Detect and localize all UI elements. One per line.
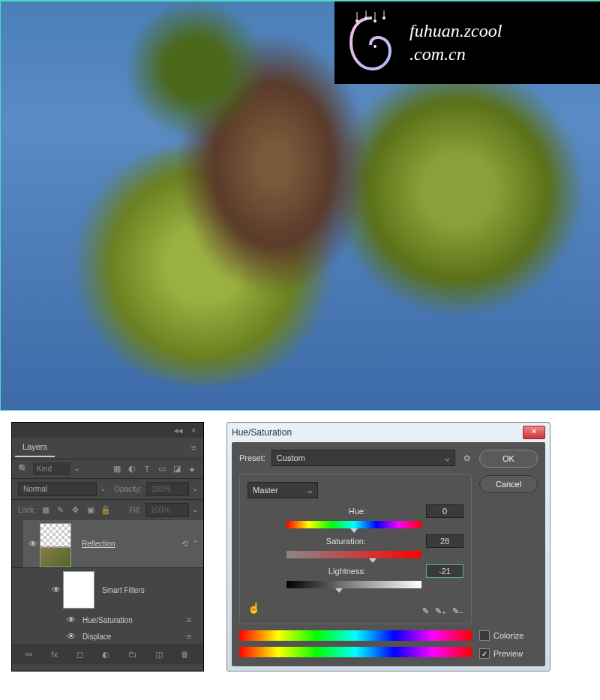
visibility-toggle-icon[interactable]: 👁 (64, 631, 78, 642)
targeted-adjust-icon[interactable]: ☝ (248, 602, 260, 614)
visibility-toggle-icon[interactable]: 👁 (50, 585, 63, 595)
layers-tab[interactable]: Layers (15, 438, 55, 457)
watermark-line1: fuhuan.zcool (410, 19, 502, 43)
watermark-banner: fuhuan.zcool .com.cn (334, 1, 600, 84)
adjustment-filter-icon[interactable]: ◐ (127, 464, 137, 474)
new-layer-icon[interactable]: ◫ (155, 650, 163, 660)
filter-name: Hue/Saturation (82, 616, 133, 624)
lock-artboard-icon[interactable]: ▣ (86, 505, 96, 516)
lock-brush-icon[interactable]: ✎ (56, 505, 66, 516)
colorize-label: Colorize (494, 631, 524, 640)
smart-filter-icon[interactable]: ◪ (172, 464, 182, 474)
spectrum-bar-bottom (239, 647, 472, 657)
lightness-input[interactable] (426, 564, 464, 578)
hue-input[interactable] (426, 504, 464, 518)
lock-all-icon[interactable]: 🔒 (100, 505, 111, 516)
channel-select[interactable]: Master (248, 482, 318, 498)
filter-name: Displace (82, 633, 111, 641)
fill-value[interactable]: 100% (146, 503, 189, 517)
layer-style-icon[interactable]: fx (51, 650, 58, 660)
layer-name[interactable]: Reflection (82, 540, 115, 548)
preset-label: Preset: (239, 453, 266, 462)
smart-filters-label: Smart Filters (102, 586, 145, 594)
close-icon[interactable]: × (188, 425, 199, 435)
watermark-line2: .com.cn (410, 43, 502, 66)
preview-checkbox[interactable]: ✓ Preview (479, 648, 538, 659)
saturation-slider[interactable] (286, 551, 422, 558)
smart-filters-row[interactable]: 👁 Smart Filters (12, 567, 203, 612)
lock-transparent-icon[interactable]: ▦ (40, 505, 51, 516)
saturation-label: Saturation: (248, 537, 366, 546)
checkbox-icon (479, 630, 490, 641)
layer-mask-thumbnail[interactable] (40, 523, 71, 547)
adjustment-layer-icon[interactable]: ◐ (102, 650, 110, 660)
lightness-slider[interactable] (286, 581, 422, 588)
type-filter-icon[interactable]: T (142, 464, 152, 474)
close-button[interactable]: ✕ (523, 426, 545, 439)
ok-button[interactable]: OK (479, 450, 538, 468)
link-layers-icon[interactable]: ⚯ (26, 650, 32, 660)
svg-point-7 (382, 16, 386, 19)
svg-point-3 (364, 16, 368, 19)
expand-icon[interactable]: ⌃ (190, 539, 200, 549)
preset-menu-icon[interactable]: ✿ (461, 453, 472, 463)
opacity-value[interactable]: 100% (146, 482, 189, 496)
filter-options-icon[interactable]: ≡ (184, 615, 194, 625)
hue-label: Hue: (248, 507, 366, 516)
lightness-label: Lightness: (248, 567, 366, 576)
panel-menu-icon[interactable]: ≡ (184, 438, 203, 457)
layer-thumbnail[interactable] (40, 547, 71, 567)
visibility-toggle-icon[interactable]: 👁 (26, 539, 40, 549)
collapse-icon[interactable]: ◂◂ (173, 425, 184, 435)
spectrum-bar-top (239, 630, 472, 641)
eyedropper-add-icon[interactable]: ✎₊ (435, 606, 446, 616)
cancel-button[interactable]: Cancel (479, 475, 538, 493)
lock-position-icon[interactable]: ✥ (70, 505, 81, 516)
shape-filter-icon[interactable]: ▭ (157, 464, 167, 474)
preset-select[interactable]: Custom (272, 450, 455, 466)
filter-options-icon[interactable]: ≡ (184, 631, 194, 642)
layers-panel: ◂◂ × Layers ≡ 🔍 ⌵ ▦ ◐ T ▭ ◪ ● Normal ⌵ O… (11, 422, 204, 672)
hue-saturation-dialog: Hue/Saturation ✕ Preset: Custom ✿ Master… (226, 422, 550, 672)
delete-layer-icon[interactable]: 🗑 (181, 650, 189, 660)
watermark-logo-icon (342, 9, 402, 76)
eyedropper-subtract-icon[interactable]: ✎₋ (452, 606, 464, 616)
dialog-title: Hue/Saturation (232, 427, 292, 438)
opacity-label: Opacity: (114, 485, 142, 493)
layer-mask-icon[interactable]: ◻ (76, 650, 83, 660)
filter-toggle-icon[interactable]: ● (187, 464, 197, 474)
visibility-toggle-icon[interactable]: 👁 (64, 615, 78, 625)
lock-label: Lock: (18, 506, 36, 514)
fill-label: Fill: (129, 506, 141, 514)
eyedropper-icon[interactable]: ✎ (422, 606, 429, 616)
filter-mask-thumbnail[interactable] (63, 571, 94, 609)
svg-point-1 (356, 19, 358, 22)
filter-item-displace[interactable]: 👁 Displace ≡ (12, 628, 203, 645)
blend-mode-select[interactable]: Normal (18, 482, 97, 496)
search-icon: 🔍 (18, 464, 28, 474)
colorize-checkbox[interactable]: Colorize (479, 630, 538, 641)
pixel-filter-icon[interactable]: ▦ (112, 464, 122, 474)
canvas-area[interactable]: fuhuan.zcool .com.cn (0, 0, 600, 411)
svg-point-5 (374, 19, 376, 22)
checkbox-checked-icon: ✓ (479, 648, 490, 659)
hue-slider[interactable] (286, 521, 422, 528)
smart-object-icon: ⟲ (179, 539, 190, 549)
saturation-input[interactable] (426, 534, 464, 548)
group-icon[interactable]: 🗀 (128, 650, 136, 660)
filter-item-hue-sat[interactable]: 👁 Hue/Saturation ≡ (12, 612, 203, 628)
layer-reflection[interactable]: 👁 Reflection ⟲ ⌃ (12, 520, 203, 567)
preview-label: Preview (494, 649, 523, 658)
kind-filter[interactable] (33, 462, 70, 475)
